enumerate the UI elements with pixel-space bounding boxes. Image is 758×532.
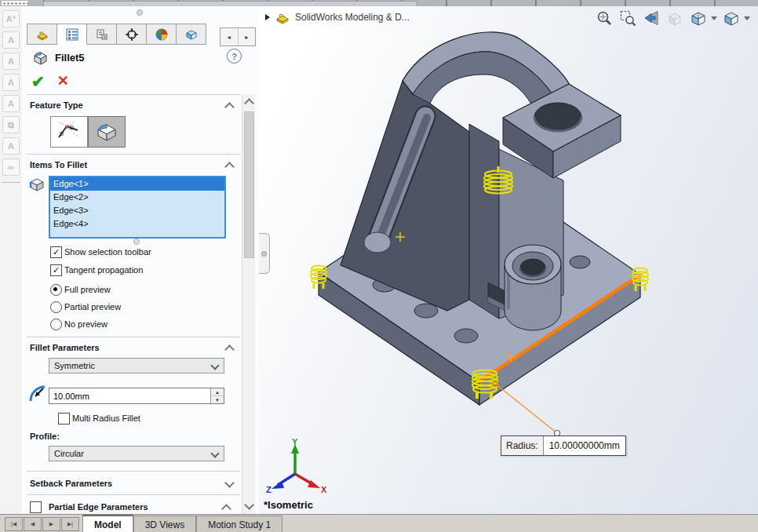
panel-resize-grip[interactable] <box>137 9 143 16</box>
symmetry-dropdown[interactable]: Symmetric <box>49 358 224 373</box>
3d-views-tab[interactable]: 3D Views <box>133 516 196 532</box>
display-style-dropdown-icon[interactable] <box>744 16 750 20</box>
model-tab[interactable]: Model <box>82 515 133 532</box>
list-resize-grip[interactable] <box>133 239 140 245</box>
profile-dropdown[interactable]: Circular <box>49 446 224 461</box>
full-preview-label: Full preview <box>64 285 111 294</box>
items-to-fillet-collapse-icon[interactable] <box>224 162 235 172</box>
fillet-radius-icon <box>28 384 47 403</box>
tab-scroll-right-icon[interactable]: ▸ <box>239 28 256 46</box>
multi-radius-checkbox[interactable] <box>58 413 70 425</box>
fillet-parameters-header[interactable]: Fillet Parameters <box>30 343 100 352</box>
manual-fillet-icon <box>95 121 118 143</box>
rail-divider <box>2 182 20 183</box>
display-style-icon[interactable] <box>722 9 741 27</box>
ok-button[interactable]: ✔ <box>31 72 45 91</box>
zoom-to-area-icon[interactable] <box>618 9 637 27</box>
callout-value[interactable]: 10.00000000mm <box>544 436 625 455</box>
sheet-tab-bar: |◀ ◀ ▶ ▶| Model 3D Views Motion Study 1 <box>0 514 758 532</box>
view-orientation-dropdown-icon[interactable] <box>711 16 717 20</box>
link-annotation-icon[interactable]: ∞ <box>2 159 20 176</box>
scroll-up-icon[interactable] <box>244 98 254 108</box>
displaymanager-tab[interactable] <box>147 24 177 45</box>
edge-list-item[interactable]: Edge<4> <box>50 217 224 231</box>
motion-study-tab[interactable]: Motion Study 1 <box>196 516 282 532</box>
graphics-viewport[interactable]: SolidWorks Modeling & D... <box>259 6 758 514</box>
no-preview-label: No preview <box>64 319 108 329</box>
zoom-to-fit-icon[interactable] <box>595 9 614 27</box>
callout-leader-line <box>495 384 557 433</box>
propertymanager-tab[interactable] <box>27 24 57 45</box>
setback-parameters-header[interactable]: Setback Parameters <box>30 479 112 488</box>
copy-annotation-icon[interactable]: ⧉ <box>2 116 20 133</box>
new-annotation-view-icon[interactable]: A° <box>2 10 20 27</box>
expand-tree-icon[interactable] <box>265 14 270 20</box>
section-view-icon[interactable] <box>665 9 684 27</box>
view-orientation-label: *Isometric <box>264 499 313 511</box>
show-selection-toolbar-checkbox[interactable]: ✓ <box>50 246 62 258</box>
previous-view-icon[interactable] <box>642 9 661 27</box>
previous-tab-button[interactable]: ◀ <box>24 517 42 531</box>
partial-edge-checkbox[interactable] <box>30 501 42 513</box>
panel-scrollbar[interactable] <box>242 94 255 514</box>
feature-type-header[interactable]: Feature Type <box>30 100 83 110</box>
items-to-fillet-header[interactable]: Items To Fillet <box>30 160 87 169</box>
document-title: SolidWorks Modeling & D... <box>295 12 410 23</box>
next-tab-button[interactable]: ▶ <box>42 517 60 531</box>
part-icon <box>36 28 49 41</box>
insert-annotation-icon[interactable]: A <box>2 74 20 91</box>
annotation-toolbar: A° A A A A ⧉ A ∞ <box>0 6 23 514</box>
move-annotation-icon[interactable]: A <box>2 53 20 70</box>
feature-title: Fillet5 <box>55 52 85 64</box>
panel-splitter-grip[interactable] <box>259 233 270 274</box>
scroll-down-icon[interactable] <box>244 500 254 510</box>
partial-preview-label: Partial preview <box>64 302 121 312</box>
view-orientation-icon[interactable] <box>689 9 708 27</box>
triad-y-label: Y <box>292 438 298 446</box>
annotation-options-icon[interactable]: A <box>2 95 20 112</box>
spin-up-icon[interactable]: ▲ <box>211 388 224 396</box>
partial-edge-header[interactable]: Partial Edge Parameters <box>49 502 148 512</box>
tangent-propagation-checkbox[interactable]: ✓ <box>50 264 62 276</box>
radius-input[interactable] <box>49 388 210 403</box>
radius-spinbox: ▲ ▼ <box>49 388 224 404</box>
dimxpertmanager-tab[interactable] <box>117 24 147 45</box>
partial-edge-collapse-icon[interactable] <box>221 504 231 514</box>
edge-list-item[interactable]: Edge<3> <box>50 204 224 217</box>
setback-expand-icon[interactable] <box>224 478 235 488</box>
filletxpert-icon: D D <box>56 120 82 144</box>
edge-list-item[interactable]: Edge<1> <box>50 177 224 191</box>
feature-type-collapse-icon[interactable] <box>224 102 235 112</box>
cancel-button[interactable]: ✕ <box>57 72 69 91</box>
tab-scroll-left-icon[interactable]: ◂ <box>220 28 239 46</box>
configuration-icon <box>96 28 108 41</box>
edges-listbox[interactable]: Edge<1> Edge<2> Edge<3> Edge<4> <box>49 176 226 239</box>
edge-selection-icon <box>28 176 46 193</box>
profile-label: Profile: <box>30 432 60 441</box>
edit-annotation-icon[interactable]: A <box>2 31 20 49</box>
fillet-parameters-collapse-icon[interactable] <box>224 344 235 355</box>
edge-list-item[interactable]: Edge<2> <box>50 191 224 204</box>
partial-preview-radio[interactable] <box>50 301 62 313</box>
first-tab-button[interactable]: |◀ <box>5 517 23 531</box>
no-preview-radio[interactable] <box>50 319 62 330</box>
graphics-tab[interactable] <box>177 24 206 45</box>
document-tree-row[interactable]: SolidWorks Modeling & D... <box>265 10 410 24</box>
chevron-down-icon <box>210 361 219 370</box>
configurationmanager-tab[interactable] <box>87 24 117 45</box>
featuremanager-tree-tab[interactable] <box>57 24 87 45</box>
scrollbar-thumb[interactable] <box>244 111 254 258</box>
manual-fillet-button[interactable] <box>88 116 126 148</box>
toolbar-drag-handle[interactable] <box>2 1 28 5</box>
full-preview-radio[interactable] <box>50 284 62 296</box>
tab-overflow-box: ◂ ▸ <box>220 27 256 46</box>
display-manager-icon <box>155 28 168 41</box>
spin-down-icon[interactable]: ▼ <box>211 396 224 403</box>
filletxpert-button[interactable]: D D <box>50 116 88 148</box>
symmetry-value: Symmetric <box>54 361 95 370</box>
last-tab-button[interactable]: ▶| <box>61 517 79 531</box>
annotation-area-icon[interactable]: A <box>2 137 20 155</box>
triad-x-label: X <box>321 485 327 494</box>
callout-label: Radius: <box>501 436 544 455</box>
help-icon[interactable]: ? <box>227 49 242 64</box>
